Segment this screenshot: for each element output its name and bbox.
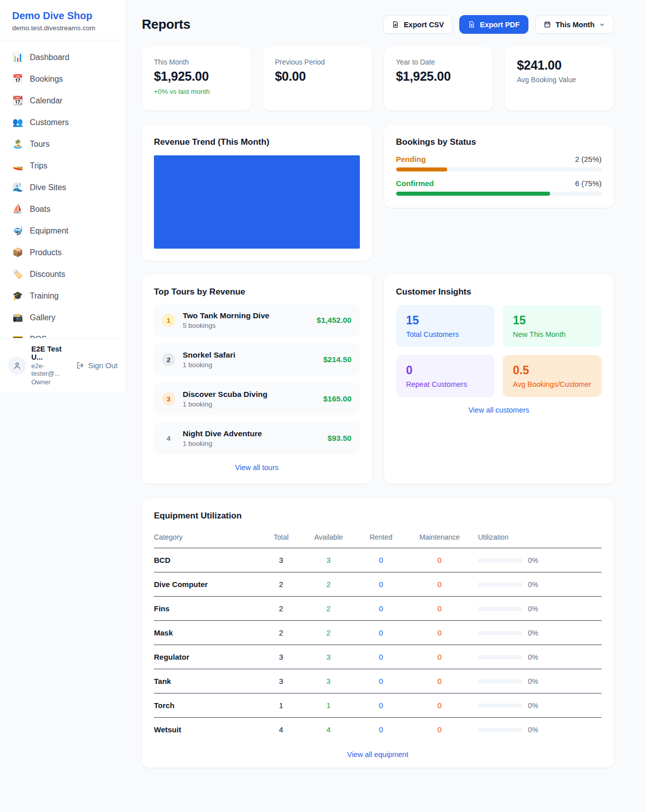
col-maintenance: Maintenance — [406, 529, 473, 548]
insights-row: Top Tours by Revenue 1 Two Tank Morning … — [142, 275, 614, 484]
export-csv-label: Export CSV — [404, 21, 444, 29]
status-label-confirmed: Confirmed — [396, 179, 434, 188]
utilization-bar — [478, 655, 522, 659]
export-pdf-button[interactable]: Export PDF — [459, 15, 528, 34]
insight-label: Avg Bookings/Customer — [513, 380, 591, 388]
view-all-equipment-link[interactable]: View all equipment — [154, 750, 602, 759]
revenue-trend-title: Revenue Trend (This Month) — [154, 137, 360, 147]
status-row-pending: Pending 2 (25%) — [396, 155, 602, 171]
tour-name: Two Tank Morning Dive — [183, 311, 270, 320]
status-bar-track — [396, 167, 602, 171]
sign-out-icon — [76, 361, 85, 370]
cell-available: 1 — [301, 693, 356, 718]
cell-total: 2 — [261, 572, 301, 597]
cell-rented: 0 — [356, 597, 406, 621]
utilization-bar — [478, 631, 522, 635]
insight-repeat-customers: 0 Repeat Customers — [396, 355, 495, 397]
sidebar-item-tours[interactable]: 🏝️Tours — [6, 133, 120, 155]
sidebar-item-label: Products — [30, 248, 62, 257]
rank-badge: 1 — [162, 314, 175, 327]
utilization-percent: 0% — [528, 629, 538, 637]
export-csv-button[interactable]: Export CSV — [383, 15, 453, 34]
col-utilization: Utilization — [473, 529, 602, 548]
sidebar-item-equipment[interactable]: 🤿Equipment — [6, 220, 120, 242]
utilization-percent: 0% — [528, 702, 538, 710]
cell-category: Torch — [154, 693, 261, 718]
sidebar-item-label: Trips — [30, 161, 47, 170]
sidebar-item-label: Gallery — [30, 313, 56, 322]
sidebar-item-boats[interactable]: ⛵Boats — [6, 198, 120, 220]
sidebar-header: Demo Dive Shop demo.test.divestreams.com — [0, 0, 126, 40]
sidebar-item-products[interactable]: 📦Products — [6, 242, 120, 263]
calendar-icon: 📆 — [12, 95, 23, 106]
graduation-cap-icon: 🎓 — [12, 291, 23, 301]
sidebar-item-bookings[interactable]: 📅Bookings — [6, 68, 120, 90]
utilization-bar — [478, 704, 522, 708]
island-icon: 🏝️ — [12, 139, 23, 149]
cell-maintenance: 0 — [406, 621, 473, 645]
sidebar-item-trips[interactable]: 🚤Trips — [6, 155, 120, 177]
sidebar-item-training[interactable]: 🎓Training — [6, 285, 120, 307]
file-download-icon — [468, 21, 475, 28]
utilization-bar — [478, 583, 522, 587]
tour-row: 4 Night Dive Adventure 1 booking $93.50 — [154, 422, 360, 454]
sidebar-item-calendar[interactable]: 📆Calendar — [6, 90, 120, 111]
sidebar-item-label: Bookings — [30, 75, 63, 84]
header-actions: Export CSV Export PDF This Month — [383, 15, 614, 34]
sidebar-item-dive-sites[interactable]: 🌊Dive Sites — [6, 177, 120, 198]
insight-value: 15 — [406, 314, 485, 327]
tour-revenue: $1,452.00 — [317, 316, 352, 325]
cell-available: 2 — [301, 597, 356, 621]
stat-cards: This Month $1,925.00 +0% vs last month P… — [142, 47, 614, 110]
shop-domain: demo.test.divestreams.com — [12, 24, 114, 32]
sidebar-item-discounts[interactable]: 🏷️Discounts — [6, 263, 120, 285]
tour-name: Snorkel Safari — [183, 351, 235, 360]
insight-new-this-month: 15 New This Month — [503, 305, 602, 347]
view-all-tours-link[interactable]: View all tours — [154, 463, 360, 472]
tour-row: 3 Discover Scuba Diving 1 booking $165.0… — [154, 383, 360, 415]
cell-category: Wetsuit — [154, 718, 261, 742]
table-row: BCD33000% — [154, 548, 602, 572]
stat-card-this-month: This Month $1,925.00 +0% vs last month — [142, 47, 251, 110]
people-icon: 👥 — [12, 117, 23, 128]
table-row: Tank33000% — [154, 669, 602, 693]
insight-value: 15 — [513, 314, 591, 327]
export-pdf-label: Export PDF — [480, 21, 520, 29]
view-all-customers-link[interactable]: View all customers — [396, 406, 602, 414]
cell-available: 3 — [301, 645, 356, 669]
equipment-table: Category Total Available Rented Maintena… — [154, 529, 602, 741]
cell-maintenance: 0 — [406, 572, 473, 597]
wave-icon: 🌊 — [12, 182, 23, 193]
cell-total: 4 — [261, 718, 301, 742]
cell-rented: 0 — [356, 548, 406, 572]
cell-utilization: 0% — [473, 645, 602, 669]
utilization-bar — [478, 558, 522, 562]
insight-avg-bookings: 0.5 Avg Bookings/Customer — [503, 355, 602, 397]
cell-category: Tank — [154, 669, 261, 693]
sign-out-label: Sign Out — [88, 361, 118, 370]
sidebar-item-gallery[interactable]: 📸Gallery — [6, 307, 120, 328]
insight-label: Repeat Customers — [406, 380, 485, 388]
sidebar-item-dashboard[interactable]: 📊Dashboard — [6, 46, 120, 68]
user-name: E2E Test U... — [31, 345, 71, 361]
col-available: Available — [301, 529, 356, 548]
sidebar-item-label: Boats — [30, 205, 50, 214]
shop-name: Demo Dive Shop — [12, 10, 114, 22]
sidebar-item-customers[interactable]: 👥Customers — [6, 111, 120, 133]
sidebar-item-label: Customers — [30, 118, 69, 127]
page-title: Reports — [142, 17, 190, 32]
stat-label: Previous Period — [275, 58, 360, 66]
sidebar-item-label: Discounts — [30, 270, 65, 279]
page-header: Reports Export CSV Export PDF This Month — [142, 15, 614, 34]
period-label: This Month — [556, 21, 595, 29]
bar-chart-icon: 📊 — [12, 52, 23, 63]
cell-total: 3 — [261, 669, 301, 693]
sign-out-button[interactable]: Sign Out — [76, 361, 118, 370]
sidebar-item-pos[interactable]: 💳POS — [6, 328, 120, 338]
period-dropdown[interactable]: This Month — [535, 15, 614, 34]
stat-card-previous-period: Previous Period $0.00 — [263, 47, 372, 110]
cell-utilization: 0% — [473, 669, 602, 693]
tour-revenue: $165.00 — [323, 394, 351, 403]
cell-maintenance: 0 — [406, 597, 473, 621]
sidebar-item-label: Calendar — [30, 96, 63, 105]
